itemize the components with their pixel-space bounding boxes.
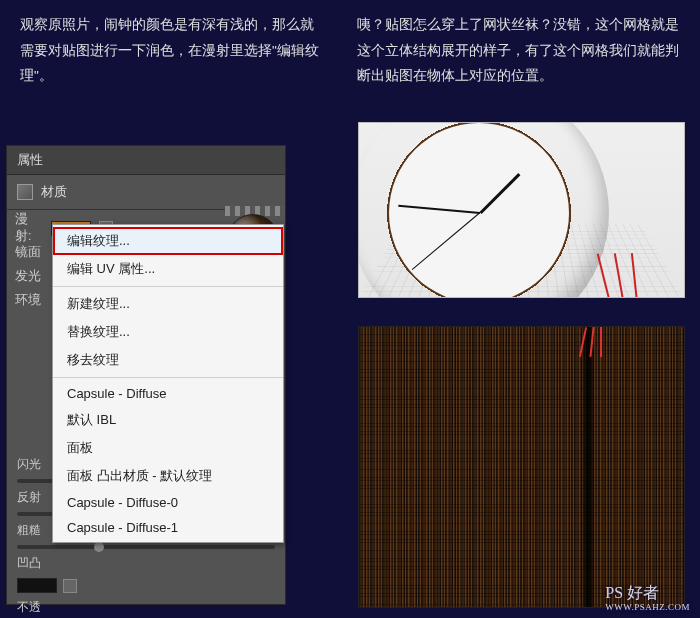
menu-replace-texture[interactable]: 替换纹理...	[53, 318, 283, 346]
texture-uv-preview	[358, 326, 685, 608]
menu-panel[interactable]: 面板	[53, 434, 283, 462]
menu-capsule-d1[interactable]: Capsule - Diffuse-1	[53, 515, 283, 540]
menu-panel-bump[interactable]: 面板 凸出材质 - 默认纹理	[53, 462, 283, 490]
annotation-line	[600, 327, 602, 357]
label-bump: 凹凸	[17, 555, 275, 572]
slider-bump[interactable]	[17, 578, 275, 593]
menu-remove-texture[interactable]: 移去纹理	[53, 346, 283, 374]
watermark-main: PS 好者	[605, 583, 690, 604]
label-specular: 镜面	[15, 244, 43, 261]
watermark: PS 好者 WWW.PSAHZ.COM	[605, 583, 690, 612]
label-env: 环境	[15, 292, 43, 309]
uv-mesh-overlay	[359, 327, 684, 607]
menu-edit-uv[interactable]: 编辑 UV 属性...	[53, 255, 283, 283]
menu-separator	[53, 286, 283, 287]
menu-separator	[53, 377, 283, 378]
label-glow: 发光	[15, 268, 43, 285]
clock-render-preview	[358, 122, 685, 298]
menu-default-ibl[interactable]: 默认 IBL	[53, 406, 283, 434]
bump-swatch[interactable]	[17, 578, 57, 593]
panel-title: 属性	[7, 146, 285, 175]
label-opacity: 不透	[17, 599, 275, 616]
menu-new-texture[interactable]: 新建纹理...	[53, 290, 283, 318]
cube-icon	[17, 184, 33, 200]
label-diffuse: 漫射:	[15, 211, 43, 245]
square-icon[interactable]	[63, 579, 77, 593]
slider-rough[interactable]	[17, 545, 275, 549]
description-left: 观察原照片，闹钟的颜色是有深有浅的，那么就需要对贴图进行一下润色，在漫射里选择"…	[20, 12, 320, 89]
menu-capsule-diffuse[interactable]: Capsule - Diffuse	[53, 381, 283, 406]
context-menu: 编辑纹理... 编辑 UV 属性... 新建纹理... 替换纹理... 移去纹理…	[52, 224, 284, 543]
watermark-sub: WWW.PSAHZ.COM	[605, 602, 690, 612]
material-tab[interactable]: 材质	[7, 175, 285, 210]
menu-edit-texture[interactable]: 编辑纹理...	[53, 227, 283, 255]
texture-seam	[581, 327, 595, 607]
menu-capsule-d0[interactable]: Capsule - Diffuse-0	[53, 490, 283, 515]
description-right: 咦？贴图怎么穿上了网状丝袜？没错，这个网格就是这个立体结构展开的样子，有了这个网…	[357, 12, 680, 89]
tab-label: 材质	[41, 183, 67, 201]
